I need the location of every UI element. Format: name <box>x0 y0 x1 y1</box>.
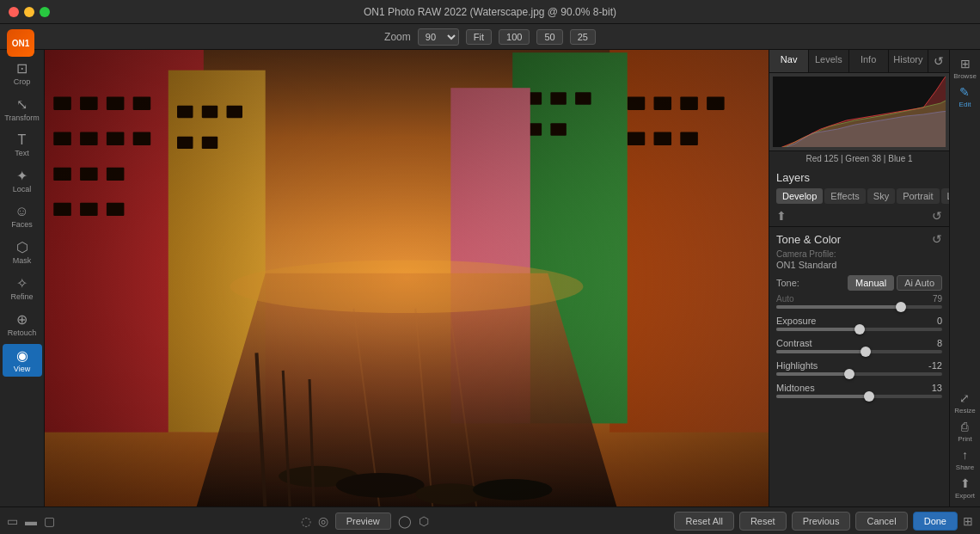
exposure-slider-thumb[interactable] <box>854 324 865 335</box>
zoom-25-button[interactable]: 25 <box>570 29 596 45</box>
contrast-slider-fill <box>776 350 866 353</box>
tab-info[interactable]: Info <box>849 50 889 72</box>
tool-text-label: Text <box>15 149 29 157</box>
expand-icon[interactable]: ⊞ <box>963 514 973 528</box>
tool-crop[interactable]: ⊡ Crop <box>3 57 42 89</box>
auto-slider-thumb[interactable] <box>896 302 906 312</box>
panel-resize[interactable]: ⤢ Resize <box>954 391 975 414</box>
layer-tab-portrait[interactable]: Portrait <box>897 188 939 204</box>
layer-tab-sky[interactable]: Sky <box>867 188 895 204</box>
panel-share[interactable]: ↑ Share <box>956 448 974 471</box>
auto-label: Auto <box>776 294 794 304</box>
browse-icon: ⊞ <box>960 57 971 71</box>
svg-rect-56 <box>769 73 949 77</box>
midtones-label: Midtones <box>776 383 815 393</box>
reset-all-button[interactable]: Reset All <box>674 512 733 531</box>
done-button[interactable]: Done <box>913 512 958 531</box>
panel-browse[interactable]: ⊞ Browse <box>953 57 977 80</box>
layers-share-icon[interactable]: ⬆ <box>776 209 787 223</box>
browse-label: Browse <box>953 72 977 80</box>
tool-view[interactable]: ◉ View <box>3 344 42 377</box>
text-icon: T <box>18 132 27 148</box>
bottom-right: Reset All Reset Previous Cancel Done ⊞ <box>674 512 973 531</box>
zoom-50-button[interactable]: 50 <box>536 29 562 45</box>
traffic-lights <box>9 7 50 17</box>
tool-local[interactable]: ✦ Local <box>3 164 42 197</box>
zoom-fit-button[interactable]: Fit <box>466 29 492 45</box>
panel-export[interactable]: ⬆ Export <box>955 476 975 500</box>
exposure-slider-track[interactable] <box>776 328 942 331</box>
layer-tab-effects[interactable]: Effects <box>824 188 865 204</box>
exposure-label: Exposure <box>776 316 816 326</box>
panel-edit[interactable]: ✎ Edit <box>959 85 971 108</box>
crop-icon: ⊡ <box>16 60 28 77</box>
tone-ai-auto-button[interactable]: Ai Auto <box>897 275 942 291</box>
highlights-slider-track[interactable] <box>776 372 942 376</box>
midtones-slider-thumb[interactable] <box>864 391 874 402</box>
histogram-chart <box>769 73 949 150</box>
tone-reset-icon[interactable]: ↺ <box>932 232 942 246</box>
histogram-reset-button[interactable]: ↺ <box>928 50 949 72</box>
cancel-button[interactable]: Cancel <box>855 512 907 531</box>
view-grid-icon[interactable]: ▢ <box>44 514 55 528</box>
previous-button[interactable]: Previous <box>792 512 851 531</box>
main-layout: ⊡ Crop ⤡ Transform T Text ✦ Local ☺ Face… <box>0 50 980 506</box>
highlights-slider-container: Highlights -12 <box>776 360 942 376</box>
contrast-label: Contrast <box>776 338 812 348</box>
svg-rect-54 <box>769 73 773 150</box>
bottom-bar: ▭ ▬ ▢ ◌ ◎ Preview ◯ ⬡ Reset All Reset Pr… <box>0 506 980 534</box>
tool-retouch-label: Retouch <box>8 328 37 337</box>
tool-view-label: View <box>14 365 30 373</box>
tone-section-header: Tone & Color ↺ <box>776 232 942 246</box>
edit-icon: ✎ <box>959 85 970 99</box>
tab-nav[interactable]: Nav <box>769 50 809 72</box>
highlights-slider-thumb[interactable] <box>844 369 854 379</box>
preview-button[interactable]: Preview <box>335 513 391 530</box>
contrast-slider-track[interactable] <box>776 350 942 353</box>
tool-retouch[interactable]: ⊕ Retouch <box>3 308 42 341</box>
layer-tab-develop[interactable]: Develop <box>776 188 823 204</box>
zoom-label: Zoom <box>384 31 411 43</box>
tool-target-icon[interactable]: ◎ <box>318 514 328 528</box>
tone-buttons: Manual Ai Auto <box>848 275 942 291</box>
tone-manual-button[interactable]: Manual <box>848 275 894 291</box>
svg-rect-57 <box>769 147 949 150</box>
tool-stamp-icon[interactable]: ⬡ <box>419 514 429 528</box>
mask-icon: ⬡ <box>16 239 28 255</box>
tool-transform[interactable]: ⤡ Transform <box>3 93 42 126</box>
view-filmstrip-icon[interactable]: ▬ <box>25 514 37 528</box>
share-icon: ↑ <box>962 448 968 462</box>
midtones-slider-track[interactable] <box>776 395 942 398</box>
contrast-value: 8 <box>937 338 942 348</box>
contrast-slider-thumb[interactable] <box>861 347 871 357</box>
left-toolbar: ⊡ Crop ⤡ Transform T Text ✦ Local ☺ Face… <box>0 50 45 506</box>
tab-levels[interactable]: Levels <box>809 50 848 72</box>
tool-text[interactable]: T Text <box>3 129 42 161</box>
histogram-tabs: Nav Levels Info History ↺ <box>769 50 949 73</box>
camera-profile-label: Camera Profile: <box>776 249 942 259</box>
zoom-100-button[interactable]: 100 <box>499 29 530 45</box>
highlights-slider-header: Highlights -12 <box>776 360 942 371</box>
tool-circle-icon[interactable]: ◌ <box>301 514 311 528</box>
auto-slider-track[interactable] <box>776 305 942 309</box>
panel-print[interactable]: ⎙ Print <box>958 420 971 443</box>
tool-mask[interactable]: ⬡ Mask <box>3 236 42 268</box>
maximize-button[interactable] <box>40 7 50 17</box>
view-single-icon[interactable]: ▭ <box>7 514 18 528</box>
reset-button[interactable]: Reset <box>739 512 787 531</box>
tone-label: Tone: <box>776 278 799 288</box>
refine-icon: ✧ <box>16 275 28 292</box>
midtones-value: 13 <box>932 383 942 393</box>
layers-undo-icon[interactable]: ↺ <box>932 209 942 223</box>
tool-overlay-icon[interactable]: ◯ <box>398 514 412 528</box>
tone-row: Tone: Manual Ai Auto <box>776 275 942 291</box>
tab-history[interactable]: History <box>889 50 928 72</box>
layers-icons: ⬆ ↺ <box>776 209 942 223</box>
tool-refine[interactable]: ✧ Refine <box>3 272 42 304</box>
exposure-value: 0 <box>937 316 942 326</box>
minimize-button[interactable] <box>24 7 34 17</box>
zoom-select[interactable]: 90 100 50 25 Fit <box>418 28 459 46</box>
tool-faces[interactable]: ☺ Faces <box>3 200 42 232</box>
close-button[interactable] <box>9 7 19 17</box>
view-icon: ◉ <box>16 347 28 364</box>
